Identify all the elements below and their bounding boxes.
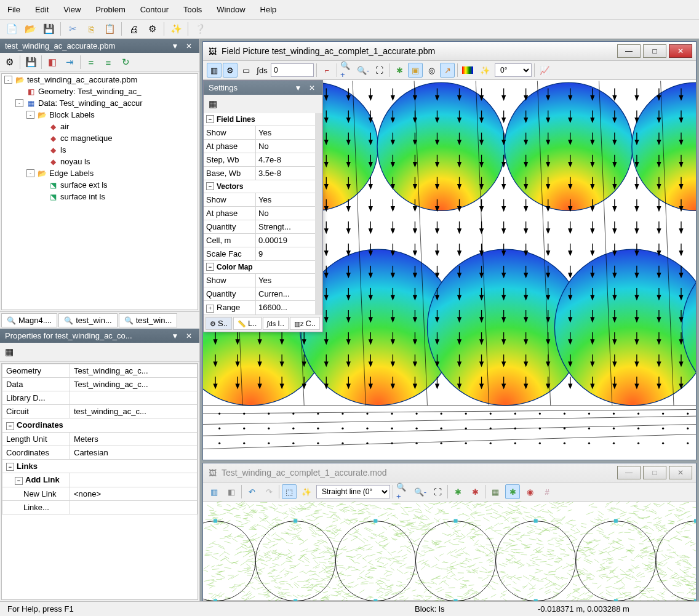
settings-tab-i[interactable]: ∫ds I.. <box>263 317 289 330</box>
shapes-icon[interactable]: ◧ <box>46 55 59 69</box>
contour-icon[interactable]: ⌐ <box>319 63 334 78</box>
prop-value[interactable]: Test_winding_ac_c... <box>70 378 198 391</box>
prop-value[interactable] <box>70 473 198 487</box>
equals-arrow-icon[interactable]: ≡ <box>102 55 115 69</box>
settings-panel[interactable]: Settings ▼ ✕ ▦ −Field LinesShowYesAt pha… <box>203 80 323 332</box>
setting-value[interactable]: No <box>256 140 315 153</box>
line-type-select[interactable]: Straight line (0° <box>316 485 390 498</box>
tree-item[interactable]: ◆ls <box>2 144 198 156</box>
expand-icon[interactable]: − <box>6 422 14 430</box>
prop-value[interactable]: <none> <box>70 487 198 500</box>
save-icon[interactable]: 💾 <box>24 55 38 69</box>
minimize-button[interactable]: — <box>617 44 641 58</box>
grid-icon[interactable]: # <box>540 484 554 499</box>
tree-item[interactable]: ⬔surface int ls <box>2 191 198 202</box>
category-icon[interactable]: ▦ <box>206 97 220 111</box>
setting-value[interactable]: 9 <box>256 247 315 260</box>
settings-section[interactable]: −Vectors <box>204 180 315 193</box>
mesh-canvas[interactable] <box>203 502 696 601</box>
zoom-in-icon[interactable]: 🔍+ <box>396 484 410 499</box>
colormap-icon[interactable] <box>460 63 475 78</box>
setting-value[interactable]: 4.7e-8 <box>256 153 315 166</box>
prop-value[interactable]: Test_winding_ac_c... <box>70 364 198 378</box>
settings-section[interactable]: −Color Map <box>204 261 315 274</box>
setting-value[interactable]: Yes <box>256 193 315 206</box>
phase-select[interactable]: 0° <box>495 63 532 77</box>
open-icon[interactable]: 📂 <box>23 22 37 36</box>
cube3d-icon[interactable]: ◧ <box>224 484 239 499</box>
prop-value[interactable] <box>70 391 198 405</box>
menu-edit[interactable]: Edit <box>28 2 56 17</box>
prop-section[interactable]: −Coordinates <box>2 418 198 433</box>
calc-icon[interactable]: ▭ <box>239 63 254 78</box>
grid-square-icon[interactable]: ▦ <box>488 484 503 499</box>
settings-tab-l[interactable]: 📏 L.. <box>233 317 262 330</box>
panel-dropdown-icon[interactable]: ▼ <box>292 84 304 92</box>
maximize-button[interactable]: □ <box>643 44 666 58</box>
prop-value[interactable]: Meters <box>70 432 198 446</box>
menu-tools[interactable]: Tools <box>176 2 209 17</box>
tree-item[interactable]: -📂test_winding_ac_accurate.pbm <box>2 74 198 86</box>
zoom-out-icon[interactable]: 🔍- <box>413 484 428 499</box>
panel-close-icon[interactable]: ✕ <box>183 332 194 340</box>
panel-close-icon[interactable]: ✕ <box>183 42 194 50</box>
close-button[interactable]: ✕ <box>669 466 692 479</box>
project-tab-0[interactable]: 🔍Magn4.... <box>1 313 57 327</box>
zoom-fit-icon[interactable]: ⛶ <box>372 63 386 78</box>
mesh-del-icon[interactable]: ✱ <box>468 484 482 499</box>
settings-tab-c[interactable]: ▥z C.. <box>290 317 320 330</box>
menu-problem[interactable]: Problem <box>88 2 132 17</box>
close-button[interactable]: ✕ <box>669 44 692 58</box>
mesh-icon[interactable]: ✱ <box>392 63 407 78</box>
chart-icon[interactable]: 📈 <box>537 63 552 78</box>
tree-toggle-icon[interactable]: - <box>26 169 34 177</box>
panel-toggle-icon[interactable]: ▥ <box>207 63 222 78</box>
properties-table[interactable]: GeometryTest_winding_ac_c...DataTest_win… <box>1 363 198 600</box>
project-tree[interactable]: -📂test_winding_ac_accurate.pbm◧Geometry:… <box>1 73 198 310</box>
select-icon[interactable]: ⬚ <box>282 484 297 499</box>
cut-icon[interactable]: ✂ <box>66 22 79 36</box>
vectors-icon[interactable]: ↗ <box>440 63 455 78</box>
menu-contour[interactable]: Contour <box>133 2 176 17</box>
copy-icon[interactable]: ⎘ <box>84 22 98 36</box>
tree-toggle-icon[interactable]: - <box>15 99 23 107</box>
tree-item[interactable]: ◆air <box>2 121 198 132</box>
save-icon[interactable]: 💾 <box>42 22 55 36</box>
target-icon[interactable]: ◎ <box>424 63 439 78</box>
tree-item[interactable]: -▦Data: Test_winding_ac_accur <box>2 97 198 109</box>
mesh-toggle-icon[interactable]: ✱ <box>505 484 520 499</box>
redo-icon[interactable]: ↷ <box>262 484 276 499</box>
zoom-in-icon[interactable]: 🔍+ <box>340 63 354 78</box>
project-tab-1[interactable]: 🔍test_win... <box>58 313 118 327</box>
category-icon[interactable]: ▦ <box>2 345 16 359</box>
settings-toggle-icon[interactable]: ⚙ <box>223 63 238 78</box>
setting-value[interactable]: 3.5e-8 <box>256 167 315 180</box>
setting-value[interactable]: Strengt... <box>256 220 315 233</box>
prop-section[interactable]: −Links <box>2 459 198 473</box>
tree-item[interactable]: ⬔surface ext ls <box>2 179 198 191</box>
minimize-button[interactable]: — <box>617 466 641 479</box>
tree-item[interactable]: ◧Geometry: Test_winding_ac_ <box>2 86 198 97</box>
zoom-out-icon[interactable]: 🔍- <box>356 63 370 78</box>
panel-dropdown-icon[interactable]: ▼ <box>169 332 181 340</box>
refresh-icon[interactable]: ↻ <box>119 55 132 69</box>
setting-value[interactable]: Yes <box>256 126 315 139</box>
menu-window[interactable]: Window <box>209 2 252 17</box>
setting-value[interactable]: No <box>256 207 315 220</box>
panel-dropdown-icon[interactable]: ▼ <box>169 42 181 50</box>
tree-item[interactable]: ◆noyau ls <box>2 156 198 167</box>
setting-value[interactable]: 0.00019 <box>256 234 315 247</box>
wand-icon[interactable]: ✨ <box>299 484 314 499</box>
animate-icon[interactable]: ✨ <box>477 63 492 78</box>
field-titlebar[interactable]: 🖼 Field Picture test_winding_ac_complet_… <box>203 42 696 61</box>
settings-title[interactable]: Settings ▼ ✕ <box>204 81 322 95</box>
tree-item[interactable]: -📂Edge Labels <box>2 167 198 179</box>
settings-section[interactable]: −Field Lines <box>204 113 315 126</box>
tree-toggle-icon[interactable]: - <box>4 76 12 84</box>
layers-icon[interactable]: ▥ <box>207 484 222 499</box>
print-icon[interactable]: 🖨 <box>127 22 140 36</box>
prop-value[interactable]: test_winding_ac_c... <box>70 405 198 418</box>
tree-item[interactable]: -📂Block Labels <box>2 109 198 121</box>
tree-item[interactable]: ◆cc magnetique <box>2 132 198 144</box>
new-icon[interactable]: 📄 <box>5 22 18 36</box>
